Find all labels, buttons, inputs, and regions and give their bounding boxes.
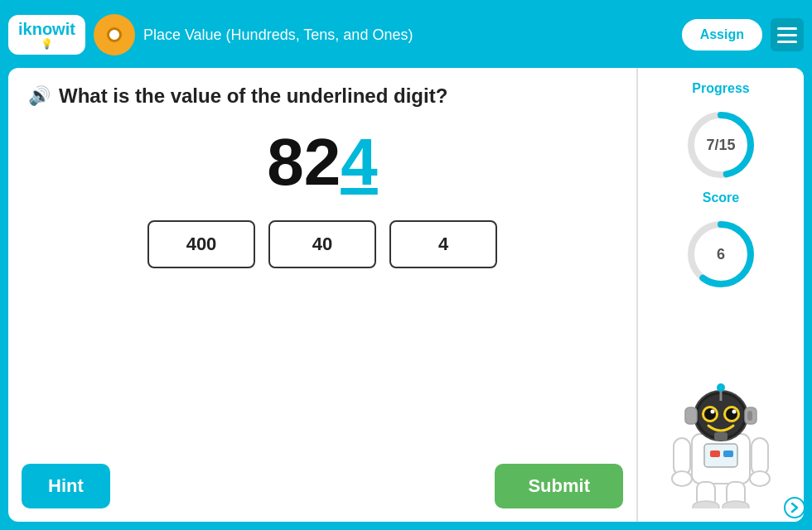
top-bar: iknowit 💡 Place Value (Hundreds, Tens, a… — [8, 8, 804, 61]
logo-text: iknowit — [18, 20, 75, 38]
question-text: What is the value of the underlined digi… — [59, 84, 447, 108]
svg-rect-6 — [710, 450, 720, 457]
answer-options: 400 40 4 — [28, 220, 616, 268]
svg-point-21 — [672, 471, 692, 486]
sound-icon[interactable]: 🔊 — [28, 85, 51, 107]
svg-point-30 — [785, 498, 804, 518]
svg-point-11 — [704, 408, 716, 420]
main-content: 🔊 What is the value of the underlined di… — [8, 68, 804, 522]
logo-icon: 💡 — [41, 38, 53, 50]
answer-option-4[interactable]: 4 — [389, 220, 497, 268]
svg-point-14 — [711, 410, 715, 414]
svg-rect-29 — [685, 407, 697, 424]
logo: iknowit 💡 — [8, 15, 85, 55]
answer-option-40[interactable]: 40 — [268, 220, 376, 268]
score-circle: 6 — [684, 217, 758, 292]
nav-arrow[interactable] — [784, 497, 804, 522]
number-black-part: 82 — [267, 129, 341, 195]
progress-label: Progress — [692, 81, 749, 96]
hamburger-menu-button[interactable] — [771, 18, 804, 51]
app-container: iknowit 💡 Place Value (Hundreds, Tens, a… — [0, 0, 812, 530]
lesson-title: Place Value (Hundreds, Tens, and Ones) — [143, 26, 674, 44]
progress-circle: 7/15 — [684, 108, 758, 182]
svg-point-22 — [750, 471, 770, 486]
hamburger-line-3 — [777, 41, 797, 43]
bottom-buttons: Hint Submit — [22, 464, 623, 508]
svg-rect-18 — [714, 432, 727, 441]
svg-rect-7 — [723, 450, 733, 457]
svg-rect-19 — [674, 438, 690, 475]
robot-illustration — [667, 376, 775, 508]
right-panel: Progress 7/15 Score 6 — [638, 68, 804, 522]
assign-button[interactable]: Assign — [682, 19, 762, 51]
svg-point-25 — [693, 501, 719, 508]
submit-button[interactable]: Submit — [495, 464, 623, 508]
number-blue-part: 4 — [341, 129, 378, 195]
left-panel: 🔊 What is the value of the underlined di… — [8, 68, 638, 522]
question-row: 🔊 What is the value of the underlined di… — [28, 84, 616, 108]
svg-point-15 — [732, 410, 737, 414]
svg-rect-20 — [752, 438, 768, 475]
svg-rect-28 — [747, 411, 752, 421]
hamburger-line-2 — [777, 34, 797, 36]
score-value: 6 — [717, 246, 725, 263]
number-display: 82 4 — [28, 129, 616, 195]
robot-container — [667, 308, 775, 508]
lesson-icon-inner — [107, 27, 122, 42]
score-label: Score — [703, 190, 739, 205]
hamburger-line-1 — [777, 27, 797, 30]
svg-point-26 — [723, 501, 749, 508]
answer-option-400[interactable]: 400 — [147, 220, 255, 268]
hint-button[interactable]: Hint — [22, 464, 110, 508]
progress-value: 7/15 — [706, 137, 735, 154]
lesson-icon — [94, 14, 135, 55]
svg-point-17 — [717, 383, 725, 392]
svg-point-13 — [726, 408, 737, 420]
